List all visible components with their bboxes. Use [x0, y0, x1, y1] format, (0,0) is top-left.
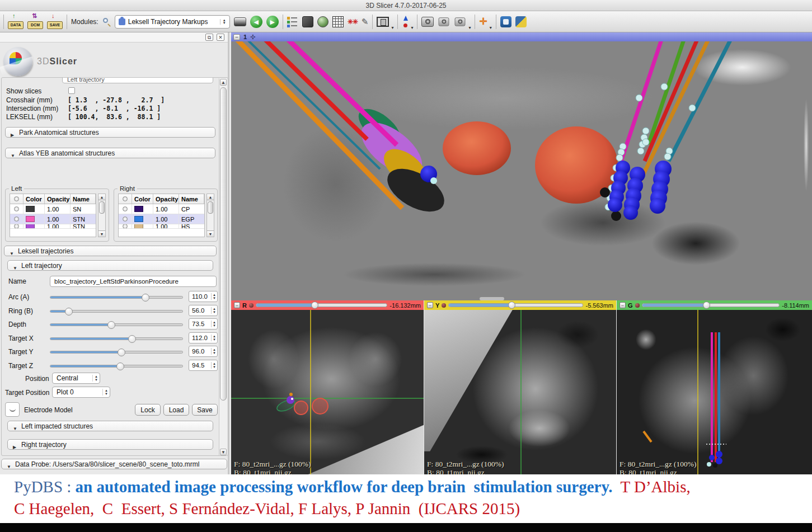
- slice-offset-slider[interactable]: [642, 303, 780, 307]
- slider-handle[interactable]: [311, 302, 318, 309]
- scroll-up-icon[interactable]: ▲: [220, 79, 227, 86]
- section-data-probe[interactable]: ▼ Data Probe: /Users/Sara/80/slicer_scen…: [1, 459, 227, 469]
- color-swatch[interactable]: [134, 224, 143, 228]
- models-module-icon[interactable]: [317, 16, 328, 27]
- data-module-icon[interactable]: [287, 16, 298, 27]
- table-scrollbar[interactable]: ▲ ▼: [98, 194, 106, 237]
- scroll-up-icon[interactable]: ▲: [98, 194, 105, 200]
- trajectory-selector-combobox-clipped[interactable]: Left trajectory: [62, 77, 213, 83]
- slider-track[interactable]: [50, 365, 183, 368]
- scroll-down-icon[interactable]: ▼: [220, 449, 227, 455]
- scene-view-restore-icon[interactable]: [455, 17, 466, 26]
- value-spinbox[interactable]: 73.5▲▼: [189, 318, 218, 329]
- slider-handle[interactable]: [107, 321, 115, 329]
- structure-row-partial[interactable]: 1.00HS: [119, 224, 204, 229]
- slider-handle[interactable]: [65, 308, 73, 316]
- screen-capture-icon[interactable]: [421, 17, 434, 27]
- spinbox-arrows-icon[interactable]: ▲▼: [211, 321, 217, 327]
- structure-row[interactable]: 1.00EGP: [119, 214, 204, 224]
- structure-row-partial[interactable]: 1.00STN: [10, 224, 96, 229]
- value-spinbox[interactable]: 110.0▲▼: [189, 291, 218, 302]
- electrode-visibility-button[interactable]: [5, 402, 20, 417]
- section-leksell-trajectories[interactable]: ▼ Leksell trajectories: [4, 246, 217, 256]
- value-spinbox[interactable]: 56.0▲▼: [189, 305, 218, 316]
- spinbox-arrows-icon[interactable]: ▲▼: [211, 348, 217, 355]
- color-swatch[interactable]: [134, 206, 143, 212]
- save-button[interactable]: Save: [192, 404, 218, 416]
- markups-module-icon[interactable]: ✳✳: [348, 18, 358, 26]
- slider-handle[interactable]: [142, 294, 149, 302]
- module-history-icon[interactable]: [234, 17, 246, 26]
- save-scene-button[interactable]: ↓ SAVE: [47, 14, 63, 30]
- slider-track[interactable]: [50, 296, 183, 299]
- spinbox-arrows-icon[interactable]: ▲▼: [211, 362, 217, 369]
- section-right-trajectory[interactable]: ▶ Right trajectory: [7, 439, 213, 450]
- collapse-view-button[interactable]: –: [234, 302, 240, 308]
- slider-handle[interactable]: [118, 349, 125, 356]
- value-spinbox[interactable]: 94.5▲▼: [189, 360, 218, 371]
- slider-handle[interactable]: [508, 302, 515, 309]
- visibility-eye-icon[interactable]: [123, 224, 128, 228]
- section-atlas-yeb[interactable]: ▼ Atlas YEB anatomical structures: [5, 148, 215, 158]
- structure-row[interactable]: 1.00STN: [10, 214, 96, 224]
- visibility-eye-icon[interactable]: [14, 206, 19, 211]
- lock-button[interactable]: Lock: [135, 404, 161, 416]
- python-console-icon[interactable]: [515, 16, 527, 27]
- extensions-manager-icon[interactable]: [500, 16, 511, 27]
- module-search-icon[interactable]: [102, 17, 111, 26]
- target-position-combobox[interactable]: Plot 0 ▲▼: [52, 387, 110, 398]
- green-slice-view[interactable]: F: 80_t2mri_...gz (100%) B: 80_t1mri_nii…: [617, 310, 812, 474]
- collapse-view-button[interactable]: –: [233, 34, 240, 40]
- layout-selector-button[interactable]: [377, 17, 389, 27]
- mouse-mode-icon[interactable]: [402, 16, 409, 28]
- section-left-impacted[interactable]: ▼ Left impacted structures: [7, 421, 213, 431]
- scroll-thumb[interactable]: [99, 201, 105, 214]
- visibility-eye-icon[interactable]: [123, 206, 128, 211]
- color-swatch[interactable]: [26, 216, 35, 222]
- table-scrollbar[interactable]: ▲ ▼: [206, 194, 214, 237]
- threed-scene[interactable]: [231, 41, 812, 300]
- trajectory-name-field[interactable]: bloc_trajectory_LeftStdParkinsonProcedur…: [50, 276, 217, 287]
- scene-view-icon[interactable]: [439, 17, 449, 26]
- pin-icon[interactable]: [442, 303, 446, 308]
- slider-handle[interactable]: [703, 302, 710, 309]
- color-swatch[interactable]: [26, 206, 35, 212]
- load-data-button[interactable]: ↑ DATA: [8, 14, 24, 30]
- spinbox-arrows-icon[interactable]: ▲▼: [211, 335, 217, 341]
- structure-row[interactable]: 1.00SN: [10, 204, 96, 214]
- threed-view[interactable]: – 1 ✣: [231, 32, 812, 300]
- slider-handle[interactable]: [116, 362, 124, 370]
- dicom-button[interactable]: ⇅ DCM: [27, 14, 43, 30]
- scroll-up-icon[interactable]: ▲: [207, 194, 214, 200]
- yellow-slice-view[interactable]: F: 80_t2mri_...gz (100%) B: 80_t1mri_nii…: [424, 310, 616, 474]
- pin-icon[interactable]: [635, 303, 640, 308]
- slider-track[interactable]: [50, 323, 183, 326]
- scroll-thumb[interactable]: [208, 201, 213, 214]
- slice-offset-slider[interactable]: [256, 303, 387, 307]
- pin-icon[interactable]: [249, 303, 254, 308]
- volume-rendering-icon[interactable]: [302, 16, 313, 27]
- transforms-module-icon[interactable]: [332, 16, 344, 27]
- scroll-down-icon[interactable]: ▼: [98, 230, 105, 237]
- visibility-eye-icon[interactable]: [123, 216, 128, 222]
- load-button[interactable]: Load: [163, 404, 189, 416]
- section-left-trajectory[interactable]: ▼ Left trajectory: [7, 260, 213, 271]
- spinbox-arrows-icon[interactable]: ▲▼: [211, 293, 217, 300]
- crosshair-toggle-icon[interactable]: ✛: [479, 16, 487, 27]
- scroll-thumb[interactable]: [220, 87, 227, 401]
- slider-track[interactable]: [50, 337, 183, 340]
- value-spinbox[interactable]: 96.0▲▼: [189, 346, 218, 357]
- collapse-view-button[interactable]: –: [619, 302, 626, 308]
- show-slices-checkbox[interactable]: [68, 87, 75, 94]
- scroll-down-icon[interactable]: ▼: [207, 230, 214, 237]
- slider-track[interactable]: [50, 310, 183, 313]
- value-spinbox[interactable]: 112.0▲▼: [189, 332, 218, 343]
- history-forward-button[interactable]: ▶: [266, 16, 279, 28]
- collapse-view-button[interactable]: –: [427, 302, 433, 308]
- slider-track[interactable]: [50, 351, 183, 354]
- structure-row[interactable]: 1.00CP: [119, 204, 204, 214]
- visibility-eye-icon[interactable]: [14, 216, 19, 222]
- view-options-icon[interactable]: ✣: [250, 34, 255, 41]
- module-selector-combobox[interactable]: Leksell Trajectory Markups ▲▼: [115, 15, 230, 29]
- panel-scrollbar[interactable]: ▲ ▼: [219, 78, 227, 456]
